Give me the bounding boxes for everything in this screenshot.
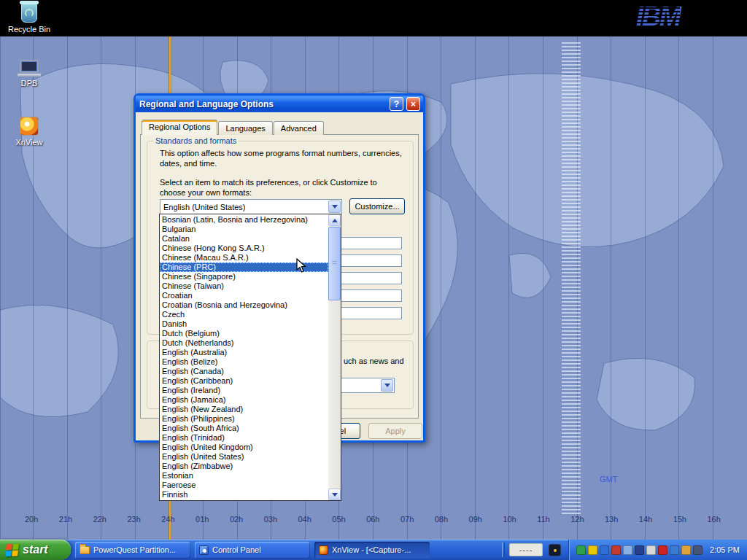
- task-label: XnView - [<Capture-...: [332, 545, 411, 554]
- language-list-item[interactable]: English (Trinidad): [160, 433, 328, 443]
- language-list-item[interactable]: Finnish: [160, 490, 328, 499]
- desktop-icon-dpb[interactable]: DPB: [6, 60, 53, 88]
- timezone-hour-label: 01h: [196, 515, 209, 524]
- top-banner: IBM: [0, 0, 747, 36]
- tab-languages[interactable]: Languages: [218, 121, 272, 135]
- language-list-item[interactable]: Dutch (Belgium): [160, 329, 328, 338]
- start-button[interactable]: start: [0, 540, 71, 560]
- group-caption: Standards and formats: [153, 136, 239, 145]
- tray-icon[interactable]: [646, 545, 656, 555]
- chevron-down-icon: [384, 384, 390, 387]
- language-list-item[interactable]: English (Australia): [160, 348, 328, 357]
- language-list-item[interactable]: English (Belize): [160, 357, 328, 367]
- language-list-item[interactable]: English (New Zealand): [160, 405, 328, 414]
- language-list-item[interactable]: English (Jamaica): [160, 395, 328, 405]
- timezone-hour-label: 20h: [25, 515, 38, 524]
- task-label: PowerQuest Partition...: [93, 545, 176, 554]
- taskbar-clock[interactable]: 2:05 PM: [710, 545, 740, 554]
- language-list-item[interactable]: Danish: [160, 319, 328, 329]
- standards-description: This option affects how some programs fo…: [160, 148, 408, 168]
- timezone-hour-label: 12h: [570, 515, 584, 524]
- xnview-icon: [319, 545, 328, 555]
- system-tray: 2:05 PM: [568, 540, 747, 560]
- tray-icon[interactable]: [635, 545, 644, 555]
- tray-icons: [576, 545, 703, 555]
- dialog-titlebar[interactable]: Regional and Language Options: [136, 96, 423, 112]
- language-list-item[interactable]: English (South Africa): [160, 424, 328, 433]
- chevron-down-icon: [332, 205, 338, 209]
- language-list-item[interactable]: Estonian: [160, 471, 328, 481]
- language-list-item[interactable]: Chinese (Hong Kong S.A.R.): [160, 244, 328, 253]
- timezone-hour-label: 03h: [264, 515, 277, 524]
- timezone-hour-label: 10h: [503, 515, 516, 524]
- language-list-item[interactable]: Bosnian (Latin, Bosnia and Herzegovina): [160, 215, 328, 225]
- close-button[interactable]: ×: [406, 97, 420, 111]
- tray-icon[interactable]: [623, 545, 632, 555]
- taskbar-task-powerquest[interactable]: PowerQuest Partition...: [75, 542, 190, 559]
- standards-combo[interactable]: English (United States): [160, 199, 342, 214]
- combo-dropdown-button[interactable]: [381, 379, 393, 392]
- taskbar-task-xnview[interactable]: XnView - [<Capture-...: [314, 542, 430, 559]
- timezone-hour-label: 23h: [127, 515, 140, 524]
- timezone-hour-label: 13h: [605, 515, 618, 524]
- language-list-item[interactable]: Croatian (Bosnia and Herzegovina): [160, 300, 328, 310]
- language-list-item[interactable]: English (United Kingdom): [160, 443, 328, 452]
- list-scrollbar[interactable]: [328, 214, 341, 500]
- language-list-item[interactable]: English (Canada): [160, 367, 328, 376]
- tray-icon[interactable]: [670, 545, 679, 555]
- desktop-icon-recycle-bin[interactable]: Recycle Bin: [6, 3, 53, 34]
- timezone-hour-label: 06h: [366, 515, 379, 524]
- chevron-down-icon: [332, 493, 338, 497]
- scrollbar-thumb[interactable]: [328, 227, 341, 300]
- tray-icon[interactable]: [600, 545, 609, 555]
- timezone-hour-label: 15h: [673, 515, 686, 524]
- tab-advanced[interactable]: Advanced: [274, 121, 324, 135]
- language-list-item[interactable]: English (Zimbabwe): [160, 462, 328, 471]
- scrollbar-down-button[interactable]: [328, 489, 341, 500]
- tab-regional-options[interactable]: Regional Options: [142, 120, 217, 135]
- standards-instruction: Select an item to match its preferences,…: [160, 177, 405, 198]
- desktop-icon-xnview[interactable]: XnView: [6, 117, 53, 147]
- start-button-label: start: [23, 543, 48, 556]
- xnview-icon: [20, 117, 39, 136]
- language-list-item[interactable]: Dutch (Netherlands): [160, 338, 328, 348]
- windows-logo-icon: [5, 543, 19, 556]
- deskband-toolbar[interactable]: ----: [509, 543, 543, 556]
- tray-icon[interactable]: [611, 545, 621, 555]
- timezone-hour-label: 02h: [230, 515, 243, 524]
- tray-icon[interactable]: [693, 545, 703, 555]
- desktop-icon-label: XnView: [15, 138, 42, 147]
- toolbar-grip: [502, 542, 505, 557]
- taskbar-task-control-panel[interactable]: Control Panel: [195, 542, 310, 559]
- apply-button[interactable]: Apply: [368, 423, 422, 439]
- language-list-item[interactable]: English (United States): [160, 452, 328, 462]
- help-button[interactable]: ?: [390, 97, 403, 111]
- language-list-item[interactable]: Bulgarian: [160, 225, 328, 234]
- language-list-item[interactable]: English (Ireland): [160, 386, 328, 395]
- desktop: GMT 20h21h22h23h24h01h02h03h04h05h06h07h…: [0, 0, 747, 560]
- timezone-hour-label: 07h: [400, 515, 414, 524]
- tray-icon[interactable]: [658, 545, 667, 555]
- language-list-item[interactable]: Croatian: [160, 291, 328, 300]
- deskband-icon[interactable]: [549, 544, 561, 556]
- scrollbar-up-button[interactable]: [328, 214, 341, 226]
- language-list-item[interactable]: Czech: [160, 310, 328, 319]
- chevron-up-icon: [332, 219, 338, 222]
- language-list-item[interactable]: Faeroese: [160, 481, 328, 490]
- customize-button[interactable]: Customize...: [349, 198, 405, 214]
- tray-icon[interactable]: [681, 545, 691, 555]
- language-list-item[interactable]: Chinese (Taiwan): [160, 281, 328, 291]
- gmt-label: GMT: [600, 475, 617, 483]
- tray-icon[interactable]: [588, 545, 597, 555]
- ibm-logo: IBM: [636, 1, 680, 32]
- language-list-item[interactable]: English (Philippines): [160, 414, 328, 424]
- combo-dropdown-button[interactable]: [328, 201, 341, 213]
- language-dropdown-list[interactable]: Bosnian (Latin, Bosnia and Herzegovina) …: [159, 214, 341, 501]
- language-list-item[interactable]: English (Caribbean): [160, 376, 328, 386]
- dialog-tabs: Regional Options Languages Advanced: [142, 120, 325, 135]
- timezone-hour-label: 04h: [298, 515, 311, 524]
- location-text-fragment: uch as news and: [344, 356, 417, 366]
- language-list-item[interactable]: Catalan: [160, 234, 328, 244]
- tray-icon[interactable]: [576, 545, 586, 555]
- dateline-hatch-band: [562, 42, 581, 516]
